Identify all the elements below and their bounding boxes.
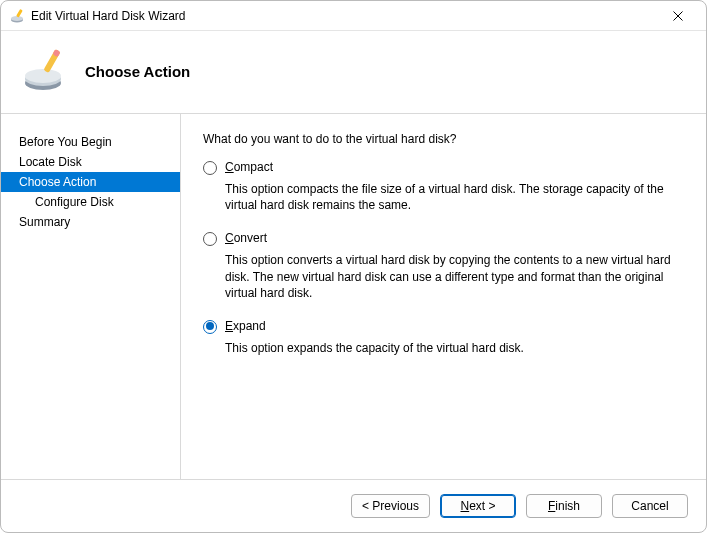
next-button[interactable]: Next > [440, 494, 516, 518]
option-description: This option converts a virtual hard disk… [225, 252, 684, 301]
option-expand[interactable]: Expand [203, 319, 684, 334]
main-content: What do you want to do to the virtual ha… [181, 114, 706, 479]
app-icon [9, 8, 25, 24]
wizard-footer: < Previous Next > Finish Cancel [1, 479, 706, 532]
prompt-text: What do you want to do to the virtual ha… [203, 132, 684, 146]
titlebar: Edit Virtual Hard Disk Wizard [1, 1, 706, 31]
svg-point-1 [11, 16, 23, 21]
wizard-body: Before You BeginLocate DiskChoose Action… [1, 114, 706, 479]
option-description: This option expands the capacity of the … [225, 340, 684, 356]
radio-convert[interactable] [203, 232, 217, 246]
step-before-you-begin[interactable]: Before You Begin [1, 132, 180, 152]
finish-button[interactable]: Finish [526, 494, 602, 518]
step-summary[interactable]: Summary [1, 212, 180, 232]
previous-button[interactable]: < Previous [351, 494, 430, 518]
option-label: Convert [225, 231, 267, 245]
wizard-icon [21, 47, 69, 95]
wizard-header: Choose Action [1, 31, 706, 114]
option-description: This option compacts the file size of a … [225, 181, 684, 213]
step-choose-action[interactable]: Choose Action [1, 172, 180, 192]
svg-point-7 [25, 69, 61, 83]
radio-expand[interactable] [203, 320, 217, 334]
option-label: Expand [225, 319, 266, 333]
page-title: Choose Action [85, 63, 190, 80]
option-convert[interactable]: Convert [203, 231, 684, 246]
radio-compact[interactable] [203, 161, 217, 175]
step-locate-disk[interactable]: Locate Disk [1, 152, 180, 172]
step-configure-disk[interactable]: Configure Disk [1, 192, 180, 212]
option-label: Compact [225, 160, 273, 174]
window-title: Edit Virtual Hard Disk Wizard [31, 9, 658, 23]
option-compact[interactable]: Compact [203, 160, 684, 175]
cancel-button[interactable]: Cancel [612, 494, 688, 518]
wizard-steps: Before You BeginLocate DiskChoose Action… [1, 114, 181, 479]
svg-rect-2 [16, 9, 23, 17]
close-button[interactable] [658, 2, 698, 30]
